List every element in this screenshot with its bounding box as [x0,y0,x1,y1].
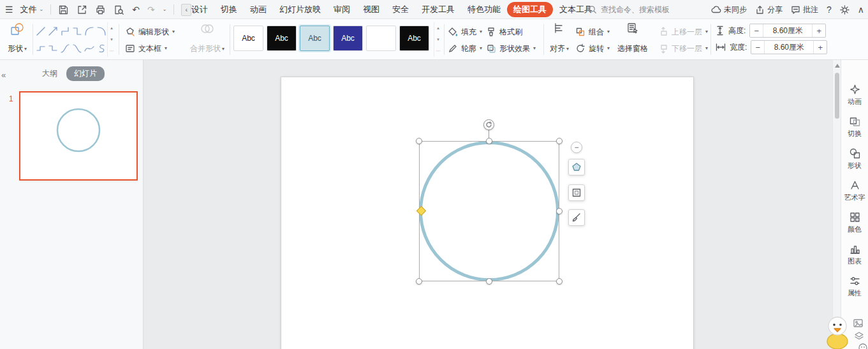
elbow-connector-icon[interactable] [59,26,71,37]
circle-shape[interactable] [419,141,559,281]
line-shape-diagonal-icon[interactable] [35,26,47,37]
rotate-button[interactable]: 旋转 ▾ [575,41,610,56]
file-menu-button[interactable]: 文件 ⌄ [20,4,44,15]
scroll-up-arrow-icon[interactable] [835,64,840,68]
text-box-button[interactable]: 文本框 ▾ [125,41,167,56]
tab-developer[interactable]: 开发工具 [415,2,461,17]
shape-style-option-6[interactable]: Abc [399,26,429,51]
tab-special-features[interactable]: 特色功能 [461,2,507,17]
resize-handle-bottom-left[interactable] [416,278,422,285]
resize-handle-middle-right[interactable] [556,208,563,214]
edit-shape-button[interactable]: 编辑形状 ▾ [125,24,175,40]
tab-security[interactable]: 安全 [386,2,415,17]
shape-style-option-1[interactable]: Abc [233,26,263,51]
elbow-connector-4-icon[interactable] [47,43,59,54]
merge-shapes-button[interactable]: 合并形状 ▾ [188,20,227,57]
help-icon[interactable]: ? [827,5,832,14]
fill-button[interactable]: 填充 ▾ [448,24,482,40]
collapse-panel-button[interactable]: « [1,70,6,80]
tab-slideshow[interactable]: 幻灯片放映 [273,2,327,17]
format-painter-button[interactable]: 格式刷 [486,24,522,40]
tab-transition[interactable]: 切换 [214,2,244,17]
layers-helper-icon[interactable] [855,332,864,341]
resize-handle-top-right[interactable] [556,138,563,144]
gallery-more-icon[interactable]: ⋯ [110,48,114,54]
panel-transition-button[interactable]: 切换 [841,116,868,138]
export-icon[interactable] [77,4,87,15]
s-shape-icon[interactable] [96,43,107,54]
collapse-ribbon-icon[interactable]: ∧ [858,5,864,14]
panel-wordart-button[interactable]: 艺术字 [841,180,868,202]
floating-format-brush-button[interactable] [568,209,585,226]
send-backward-button[interactable]: 下移一层 ▾ [658,41,708,56]
undo-icon[interactable]: ↶ [132,5,140,14]
resize-handle-top-left[interactable] [416,138,422,144]
tab-outline[interactable]: 大纲 [42,68,57,79]
width-decrease-button[interactable]: − [751,43,764,52]
collapse-floating-toolbar-button[interactable]: − [571,142,582,153]
align-button[interactable]: 对齐 ▾ [546,20,573,57]
main-menu-icon[interactable]: ☰ [5,5,13,14]
s-curve-connector-icon[interactable] [59,43,71,54]
width-value[interactable]: 8.60厘米 [764,41,814,54]
curve-connector-icon[interactable] [84,26,95,37]
selection-pane-button[interactable]: 选择窗格 [615,20,651,57]
gallery-down-icon[interactable]: ▾ [110,37,113,42]
gallery-up-icon[interactable]: ▴ [110,26,113,31]
shape-style-option-3-selected[interactable]: Abc [300,26,330,51]
comment-button[interactable]: 批注 [791,4,818,15]
curve-connector-2-icon[interactable] [96,26,107,37]
panel-colors-button[interactable]: 颜色 [841,212,868,234]
rotation-handle[interactable] [483,119,494,130]
canvas-vertical-scrollbar[interactable] [832,60,841,349]
resize-handle-top-center[interactable] [486,138,492,144]
panel-properties-button[interactable]: 属性 [841,276,868,298]
sync-status-button[interactable]: 未同步 [711,4,747,15]
floating-shape-style-button[interactable] [568,159,585,175]
tab-slides[interactable]: 幻灯片 [66,66,105,81]
print-icon[interactable] [95,4,106,15]
height-increase-button[interactable]: + [813,26,825,36]
tab-review[interactable]: 审阅 [327,2,357,17]
qat-more-icon[interactable]: ⌄ [163,7,167,12]
share-button[interactable]: 分享 [755,4,783,15]
tab-animation[interactable]: 动画 [244,2,273,17]
outline-button[interactable]: 轮廓 ▾ [448,41,482,56]
resize-handle-bottom-right[interactable] [556,278,563,285]
shape-style-option-4[interactable]: Abc [333,26,363,51]
height-value[interactable]: 8.60厘米 [763,24,813,37]
freeform-curve-icon[interactable] [84,43,95,54]
screenshot-helper-icon[interactable] [853,319,863,327]
shape-effects-button[interactable]: 形状效果 ▾ [486,41,536,56]
elbow-connector-2-icon[interactable] [71,26,83,37]
save-icon[interactable] [58,4,69,15]
slide-thumbnail-1[interactable] [19,91,138,181]
settings-icon[interactable] [840,5,850,15]
assistant-duck-mascot[interactable] [821,315,853,349]
tab-design[interactable]: 设计 [185,2,214,17]
gallery-up-icon[interactable]: ▴ [437,26,439,31]
width-increase-button[interactable]: + [814,43,827,52]
group-button[interactable]: 组合 ▾ [575,24,610,40]
gallery-more-icon[interactable]: ⋯ [436,48,441,54]
floating-outline-button[interactable] [568,184,585,201]
shape-style-option-2[interactable]: Abc [267,26,297,51]
scrollbar-thumb[interactable] [835,73,839,119]
help-badge-icon[interactable] [858,343,867,349]
insert-shape-button[interactable]: 形状 ▾ [3,20,32,57]
panel-shapes-button[interactable]: 形状 [841,148,868,170]
line-shape-arrow-icon[interactable] [47,26,59,37]
elbow-connector-3-icon[interactable] [35,43,47,54]
shape-style-option-5[interactable] [366,26,396,51]
panel-chart-button[interactable]: 图表 [841,244,868,266]
panel-animation-button[interactable]: 动画 [841,84,868,107]
s-curve-connector-2-icon[interactable] [71,43,83,54]
slide-editing-canvas[interactable]: − [143,60,833,349]
tab-view[interactable]: 视图 [357,2,386,17]
redo-icon[interactable]: ↷ [147,5,155,14]
command-search-box[interactable]: 查找命令、搜索模板 [588,0,670,19]
tab-drawing-tools[interactable]: 绘图工具 [507,2,553,17]
resize-handle-bottom-center[interactable] [486,278,492,285]
bring-forward-button[interactable]: 上移一层 ▾ [658,24,708,40]
print-preview-icon[interactable] [114,4,124,15]
